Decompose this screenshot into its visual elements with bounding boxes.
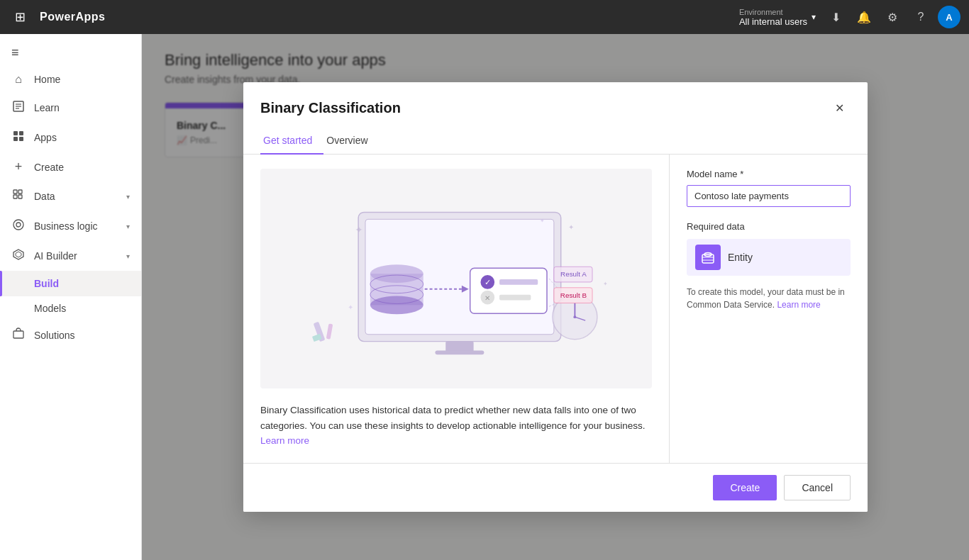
learn-icon xyxy=(11,100,26,116)
learn-more-link[interactable]: Learn more xyxy=(260,435,309,446)
sidebar-item-build-label: Build xyxy=(34,278,130,289)
svg-text:✓: ✓ xyxy=(484,278,491,286)
svg-rect-10 xyxy=(18,190,22,194)
svg-text:✦: ✦ xyxy=(568,223,574,231)
notification-icon[interactable]: 🔔 xyxy=(853,6,875,28)
cds-note: To create this model, your data must be … xyxy=(687,286,851,311)
svg-marker-15 xyxy=(16,252,21,257)
svg-marker-14 xyxy=(13,250,23,259)
avatar[interactable]: A xyxy=(938,6,960,28)
business-logic-icon xyxy=(11,218,26,234)
sidebar-item-ai-builder[interactable]: AI Builder ▾ xyxy=(0,241,141,271)
sidebar-item-create-label: Create xyxy=(34,162,130,173)
solutions-icon xyxy=(11,327,26,343)
ai-builder-icon xyxy=(11,248,26,264)
cds-learn-more-link[interactable]: Learn more xyxy=(777,300,820,310)
download-icon[interactable]: ⬇ xyxy=(824,6,847,28)
sidebar-item-apps-label: Apps xyxy=(34,132,130,143)
topbar: ⊞ PowerApps Environment All internal use… xyxy=(0,0,969,34)
app-logo: PowerApps xyxy=(40,11,106,23)
sidebar-item-build[interactable]: Build xyxy=(0,271,141,296)
business-logic-chevron-icon: ▾ xyxy=(126,223,130,230)
create-icon: + xyxy=(11,159,26,174)
environment-selector[interactable]: Environment All internal users ▾ xyxy=(739,8,816,27)
svg-rect-16 xyxy=(13,331,23,338)
svg-text:✦: ✦ xyxy=(355,225,363,235)
sidebar-item-business-logic-label: Business logic xyxy=(34,220,118,232)
sidebar-item-learn[interactable]: Learn xyxy=(0,93,141,123)
sidebar-item-solutions-label: Solutions xyxy=(34,330,130,341)
svg-text:Result A: Result A xyxy=(560,270,587,278)
required-data-label: Required data xyxy=(687,221,851,232)
sidebar-item-create[interactable]: + Create xyxy=(0,152,141,181)
env-label: Environment xyxy=(739,8,807,16)
tab-get-started[interactable]: Get started xyxy=(260,128,323,155)
main-layout: ≡ ⌂ Home Learn xyxy=(0,34,969,560)
settings-icon[interactable]: ⚙ xyxy=(881,6,904,28)
entity-text: Entity xyxy=(728,252,753,263)
svg-text:✦: ✦ xyxy=(540,218,545,224)
sidebar-item-data[interactable]: Data ▾ xyxy=(0,181,141,211)
content-area: Bring intelligence into your apps Create… xyxy=(142,34,969,560)
sidebar-item-ai-builder-label: AI Builder xyxy=(34,250,118,262)
home-icon: ⌂ xyxy=(11,73,26,86)
illustration-area: ✓ ✕ xyxy=(260,169,652,388)
svg-point-23 xyxy=(370,296,423,315)
sidebar-item-learn-label: Learn xyxy=(34,102,130,113)
sidebar-item-solutions[interactable]: Solutions xyxy=(0,320,141,350)
help-icon[interactable]: ? xyxy=(909,6,932,28)
svg-rect-6 xyxy=(13,137,18,141)
waffle-icon[interactable]: ⊞ xyxy=(9,6,31,28)
modal-body: ✓ ✕ xyxy=(243,155,868,463)
create-button[interactable]: Create xyxy=(713,475,777,500)
env-value: All internal users xyxy=(739,16,807,27)
svg-text:Result B: Result B xyxy=(560,291,587,299)
apps-icon xyxy=(11,130,26,145)
modal-overlay: Binary Classification ✕ Get started Over… xyxy=(142,34,969,560)
svg-rect-20 xyxy=(435,351,484,355)
data-icon xyxy=(11,189,26,204)
svg-rect-4 xyxy=(13,131,18,135)
svg-rect-28 xyxy=(470,268,547,313)
ai-builder-chevron-icon: ▾ xyxy=(126,252,130,260)
svg-rect-8 xyxy=(13,190,17,194)
sidebar-item-models-label: Models xyxy=(34,303,66,314)
svg-rect-36 xyxy=(326,323,333,339)
svg-rect-7 xyxy=(19,137,23,141)
model-name-label: Model name * xyxy=(687,169,851,179)
binary-classification-modal: Binary Classification ✕ Get started Over… xyxy=(243,82,868,512)
svg-rect-9 xyxy=(13,195,17,198)
svg-rect-34 xyxy=(499,295,531,301)
modal-tabs: Get started Overview xyxy=(243,128,868,155)
svg-point-13 xyxy=(16,223,21,227)
sidebar-item-home-label: Home xyxy=(34,74,130,85)
modal-close-button[interactable]: ✕ xyxy=(828,96,851,119)
modal-title: Binary Classification xyxy=(260,100,401,116)
sidebar-item-models[interactable]: Models xyxy=(0,296,141,320)
sidebar-collapse-button[interactable]: ≡ xyxy=(0,40,141,66)
modal-left-panel: ✓ ✕ xyxy=(243,155,669,463)
entity-badge: Entity xyxy=(687,239,851,276)
tab-overview[interactable]: Overview xyxy=(323,128,379,155)
model-name-input[interactable] xyxy=(687,185,851,207)
modal-right-panel: Model name * Required data xyxy=(669,155,868,463)
modal-header: Binary Classification ✕ xyxy=(243,82,868,119)
sidebar-item-business-logic[interactable]: Business logic ▾ xyxy=(0,211,141,241)
sidebar-item-apps[interactable]: Apps xyxy=(0,123,141,152)
chevron-down-icon: ▾ xyxy=(812,12,816,22)
svg-rect-5 xyxy=(19,131,23,135)
entity-icon xyxy=(695,245,721,270)
svg-rect-11 xyxy=(18,195,22,198)
modal-footer: Create Cancel xyxy=(243,463,868,512)
sidebar: ≡ ⌂ Home Learn xyxy=(0,34,142,560)
modal-description: Binary Classification uses historical da… xyxy=(260,403,652,449)
svg-text:✦: ✦ xyxy=(603,281,608,287)
sidebar-item-data-label: Data xyxy=(34,191,118,202)
svg-text:✦: ✦ xyxy=(348,303,353,311)
data-chevron-icon: ▾ xyxy=(126,193,130,201)
svg-point-12 xyxy=(13,220,23,230)
svg-rect-31 xyxy=(499,279,538,285)
svg-rect-19 xyxy=(445,342,473,352)
sidebar-item-home[interactable]: ⌂ Home xyxy=(0,66,141,93)
cancel-button[interactable]: Cancel xyxy=(784,475,851,500)
